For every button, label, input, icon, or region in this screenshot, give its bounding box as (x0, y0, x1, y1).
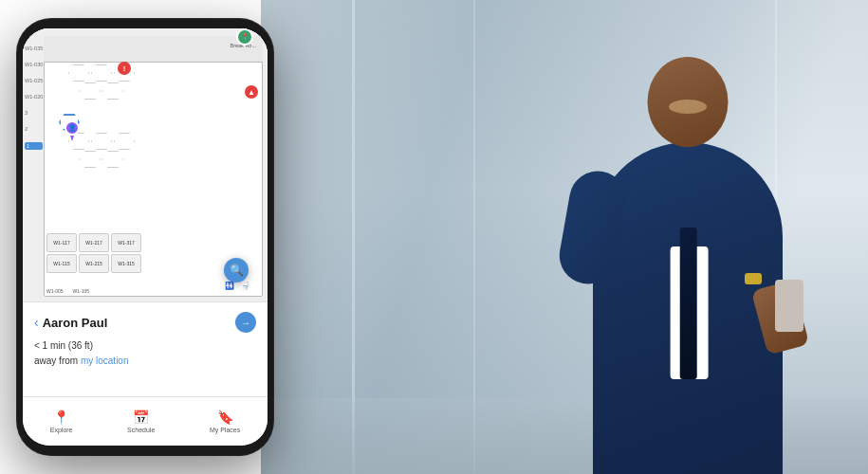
phone-screen: Work Area ⊕ W1-035 W1-030 W1-025 W1-020 … (23, 28, 268, 446)
background-photo (261, 0, 869, 474)
label-w1035: W1-035 (25, 46, 43, 51)
label-2: 2 (25, 126, 43, 132)
info-header: ‹ Aaron Paul → (34, 312, 256, 333)
amenity-restroom: 🚽 (241, 282, 250, 290)
label-w1105: W1-105 (73, 288, 90, 294)
bottom-navigation: 📍 Explore 📅 Schedule 🔖 My Places (23, 396, 268, 446)
share-button[interactable]: → (235, 312, 256, 333)
label-1: 1 (25, 142, 43, 150)
person-icon: 👤 (68, 124, 77, 132)
green-location-pin[interactable]: 📍 (236, 28, 253, 46)
hex-4 (80, 82, 101, 100)
nav-up-arrow[interactable]: ▲ (245, 85, 258, 99)
label-3: 3 (25, 110, 43, 116)
watch (745, 273, 762, 284)
nav-explore[interactable]: 📍 Explore (50, 410, 73, 433)
ws-w1117: W1-117 (46, 233, 77, 252)
distance-prefix: away from (34, 356, 81, 366)
ws-w1115: W1-115 (46, 254, 77, 273)
hex-8 (114, 133, 135, 150)
person-location-pin: 👤 (65, 120, 80, 141)
map-overlay: W1-035 W1-030 W1-025 W1-020 3 2 1 Break … (23, 28, 268, 301)
person (564, 57, 811, 474)
hex-2 (91, 64, 112, 82)
label-w1020: W1-020 (25, 94, 43, 100)
held-phone (775, 280, 803, 332)
map-view[interactable]: Work Area ⊕ W1-035 W1-030 W1-025 W1-020 … (23, 28, 268, 301)
phone-device: Work Area ⊕ W1-035 W1-030 W1-025 W1-020 … (17, 19, 273, 455)
schedule-label: Schedule (127, 427, 155, 433)
distance-line1: < 1 min (36 ft) (34, 340, 93, 351)
nav-myplaces[interactable]: 🔖 My Places (210, 410, 240, 433)
smile (669, 100, 707, 114)
back-button[interactable]: ‹ (34, 315, 39, 330)
share-icon: → (241, 318, 250, 328)
hex-7 (91, 133, 112, 150)
hex-row-4 (80, 151, 135, 168)
myplaces-icon: 🔖 (217, 410, 233, 425)
label-w1025: W1-025 (25, 78, 43, 83)
schedule-icon: 📅 (133, 410, 149, 425)
label-w1005: W1-005 (46, 288, 64, 294)
ws-w1315: W1-315 (111, 254, 141, 273)
ws-w1217: W1-217 (79, 233, 109, 252)
room-labels-left: W1-035 W1-030 W1-025 W1-020 3 2 1 (25, 46, 43, 150)
hex-row-2 (80, 82, 135, 100)
alert-icon[interactable]: ! (118, 62, 131, 75)
label-w1030: W1-030 (25, 62, 43, 67)
person-pin-circle: 👤 (65, 120, 80, 136)
explore-icon: 📍 (53, 410, 69, 425)
myplaces-label: My Places (210, 427, 240, 433)
bottom-labels: W1-005 W1-105 (46, 288, 89, 294)
location-link[interactable]: my location (81, 356, 129, 366)
explore-label: Explore (50, 427, 73, 433)
hex-1 (68, 64, 89, 82)
hex-10 (102, 151, 123, 168)
ws-w1215: W1-215 (79, 254, 109, 273)
search-fab-button[interactable]: 🔍 (224, 258, 249, 283)
person-name: Aaron Paul (43, 316, 235, 330)
workspace-grid: W1-117 W1-217 W1-317 W1-115 W1-215 W1-31… (46, 233, 141, 273)
top-corridor (44, 36, 263, 63)
hex-9 (80, 151, 101, 168)
nav-schedule[interactable]: 📅 Schedule (127, 410, 155, 433)
hex-5 (102, 82, 123, 100)
distance-info: < 1 min (36 ft) away from my location (34, 338, 256, 369)
amenity-wc: 🚻 (225, 282, 234, 290)
tie (680, 228, 697, 379)
person-pin-tail (70, 136, 74, 141)
ws-w1317: W1-317 (111, 233, 141, 252)
info-panel: ‹ Aaron Paul → < 1 min (36 ft) away from… (23, 301, 268, 396)
